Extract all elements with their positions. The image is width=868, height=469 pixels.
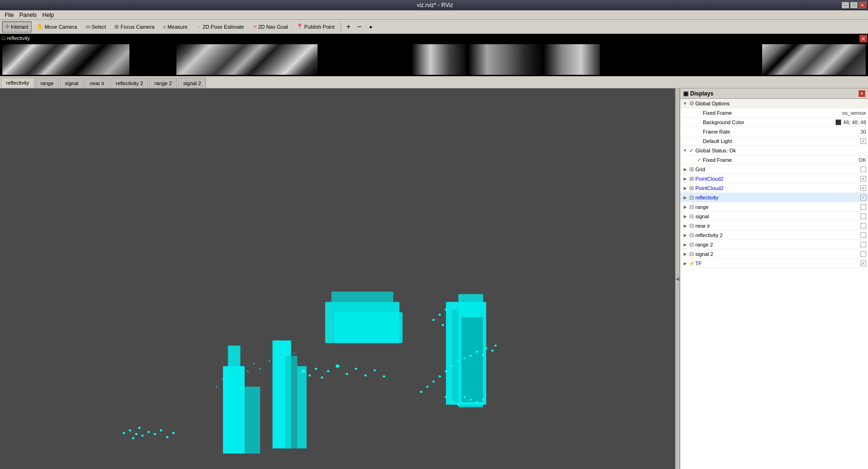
default-light-checkbox[interactable] xyxy=(860,138,866,144)
reflectivity-value[interactable] xyxy=(860,195,866,200)
reflectivity2-value[interactable] xyxy=(860,232,866,238)
remove-button[interactable]: − xyxy=(355,21,364,32)
near-ir-checkbox[interactable] xyxy=(860,223,866,229)
pointcloud2-2-value[interactable] xyxy=(860,185,866,191)
svg-point-6 xyxy=(141,435,143,437)
reflectivity-item-row[interactable]: ▶ ⊟ reflectivity xyxy=(680,193,868,202)
publish-point-button[interactable]: 📍 Publish Point xyxy=(293,21,338,32)
pointcloud2-1-toggle[interactable]: ▶ xyxy=(682,176,688,182)
tab-near-ir[interactable]: near ir xyxy=(85,78,110,88)
signal-item-row[interactable]: ▶ ⊟ signal xyxy=(680,212,868,221)
svg-rect-0 xyxy=(0,88,675,469)
svg-point-30 xyxy=(374,369,376,371)
reflectivity2-checkbox[interactable] xyxy=(860,232,866,238)
measure-button[interactable]: ≡ Measure xyxy=(159,21,191,32)
collapse-handle[interactable]: ◀ xyxy=(675,88,680,469)
range2-checkbox[interactable] xyxy=(860,242,866,247)
camera-close-button[interactable]: ✕ xyxy=(860,35,867,42)
tf-item-row[interactable]: ▶ ⚡ TF xyxy=(680,259,868,268)
pointcloud2-2-row[interactable]: ▶ ⊞ PointCloud2 xyxy=(680,183,868,193)
near-ir-label: near ir xyxy=(695,223,857,229)
svg-point-60 xyxy=(482,398,484,400)
signal2-toggle[interactable]: ▶ xyxy=(682,251,688,257)
reflectivity2-item-row[interactable]: ▶ ⊟ reflectivity 2 xyxy=(680,231,868,240)
range-value[interactable] xyxy=(860,204,866,210)
pointcloud2-2-checkbox[interactable] xyxy=(860,185,866,191)
range-checkbox[interactable] xyxy=(860,204,866,210)
reflectivity2-toggle[interactable]: ▶ xyxy=(682,232,688,238)
restore-button[interactable]: □ xyxy=(850,2,858,8)
select-button[interactable]: ▭ Select xyxy=(82,21,110,32)
3d-viewport[interactable] xyxy=(0,88,675,469)
minimize-button[interactable]: ─ xyxy=(842,2,849,8)
grid-checkbox[interactable] xyxy=(860,167,866,172)
background-color-row[interactable]: Background Color 48; 48; 48 xyxy=(680,118,868,127)
displays-tree[interactable]: ▼ ⚙ Global Options Fixed Frame os_sensor… xyxy=(680,99,868,469)
svg-point-53 xyxy=(420,391,422,393)
signal2-item-row[interactable]: ▶ ⊟ signal 2 xyxy=(680,249,868,259)
menu-help[interactable]: Help xyxy=(40,11,57,19)
global-options-toggle[interactable]: ▼ xyxy=(682,101,688,106)
near-ir-item-row[interactable]: ▶ ⊟ near ir xyxy=(680,221,868,231)
range2-item-row[interactable]: ▶ ⊟ range 2 xyxy=(680,240,868,249)
interact-button[interactable]: ⊹ Interact xyxy=(2,21,32,32)
default-light-value[interactable] xyxy=(860,138,866,144)
svg-point-49 xyxy=(445,370,447,372)
2d-pose-estimate-button[interactable]: → 2D Pose Estimate xyxy=(193,21,247,32)
tab-signal[interactable]: signal xyxy=(60,78,84,88)
tab-reflectivity2[interactable]: reflectivity 2 xyxy=(111,78,148,88)
2d-nav-goal-button[interactable]: ⇒ 2D Nav Goal xyxy=(249,21,291,32)
pointcloud2-1-checkbox[interactable] xyxy=(860,176,866,182)
range-item-row[interactable]: ▶ ⊟ range xyxy=(680,202,868,212)
measure-label: Measure xyxy=(167,24,188,30)
displays-title: Displays xyxy=(690,90,713,97)
pointcloud2-2-toggle[interactable]: ▶ xyxy=(682,185,688,191)
range2-icon: ⊟ xyxy=(688,241,695,248)
grid-row[interactable]: ▶ ⊞ Grid xyxy=(680,165,868,174)
tf-value[interactable] xyxy=(860,261,866,266)
menu-panels[interactable]: Panels xyxy=(16,11,40,19)
near-ir-value[interactable] xyxy=(860,223,866,229)
fixed-frame-row[interactable]: Fixed Frame os_sensor xyxy=(680,108,868,118)
displays-close-button[interactable]: ✕ xyxy=(859,90,865,97)
pointcloud2-1-value[interactable] xyxy=(860,176,866,182)
frame-rate-row[interactable]: Frame Rate 30 xyxy=(680,127,868,136)
grid-value[interactable] xyxy=(860,167,866,172)
close-button[interactable]: ✕ xyxy=(859,2,866,8)
range2-value[interactable] xyxy=(860,242,866,247)
menu-bar: File Panels Help xyxy=(0,10,868,20)
focus-camera-button[interactable]: ◎ Focus Camera xyxy=(111,21,158,32)
fixed-frame-value[interactable]: os_sensor xyxy=(842,110,866,116)
signal-toggle[interactable]: ▶ xyxy=(682,214,688,219)
global-options-row[interactable]: ▼ ⚙ Global Options xyxy=(680,99,868,108)
default-light-row[interactable]: Default Light xyxy=(680,136,868,146)
background-color-value[interactable]: 48; 48; 48 xyxy=(836,119,866,125)
global-status-toggle[interactable]: ▼ xyxy=(682,148,688,153)
tf-toggle[interactable]: ▶ xyxy=(682,261,688,266)
grid-toggle[interactable]: ▶ xyxy=(682,167,688,172)
tab-range[interactable]: range xyxy=(35,78,59,88)
signal2-checkbox[interactable] xyxy=(860,251,866,257)
pointcloud2-1-row[interactable]: ▶ ⊞ PointCloud2 xyxy=(680,174,868,183)
reflectivity-toggle[interactable]: ▶ xyxy=(682,195,688,200)
global-status-row[interactable]: ▼ ✓ Global Status: Ok xyxy=(680,146,868,155)
reflectivity-checkbox[interactable] xyxy=(860,195,866,200)
range-toggle[interactable]: ▶ xyxy=(682,204,688,210)
svg-point-58 xyxy=(470,398,472,400)
extra-button[interactable]: ● xyxy=(366,21,376,32)
menu-file[interactable]: File xyxy=(2,11,16,19)
signal-value[interactable] xyxy=(860,214,866,219)
interact-label: Interact xyxy=(11,24,28,30)
move-camera-button[interactable]: ✋ Move Camera xyxy=(33,21,80,32)
tab-signal2[interactable]: signal 2 xyxy=(178,78,206,88)
tab-range2[interactable]: range 2 xyxy=(149,78,177,88)
signal2-value[interactable] xyxy=(860,251,866,257)
frame-rate-value[interactable]: 30 xyxy=(860,129,866,135)
tab-reflectivity[interactable]: reflectivity xyxy=(1,78,34,88)
add-button[interactable]: + xyxy=(344,21,353,32)
range2-toggle[interactable]: ▶ xyxy=(682,242,688,247)
signal-checkbox[interactable] xyxy=(860,214,866,219)
near-ir-toggle[interactable]: ▶ xyxy=(682,223,688,229)
tf-checkbox[interactable] xyxy=(860,261,866,266)
fixed-frame-status-row[interactable]: ✓ Fixed Frame OK xyxy=(680,155,868,165)
